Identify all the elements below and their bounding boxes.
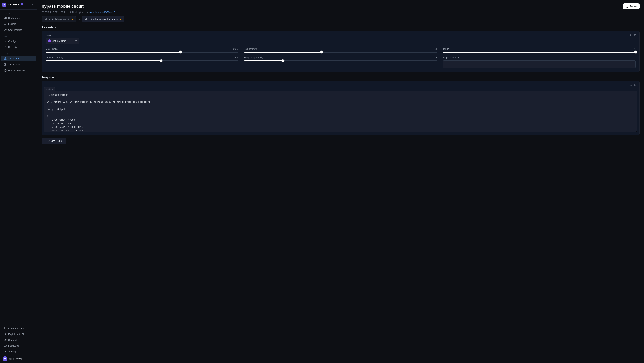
sidebar-item-test-cases[interactable]: Test Cases	[1, 62, 36, 67]
sidebar-item-support-label: Support	[8, 338, 17, 342]
sidebar-item-explain-ai[interactable]: Explain with AI	[1, 331, 36, 337]
sidebar-item-configs[interactable]: Configs	[1, 38, 36, 44]
stop-sequences-input[interactable]	[443, 60, 636, 68]
logo-icon	[2, 2, 6, 7]
sidebar-item-explain-ai-label: Explain with AI	[8, 333, 24, 336]
top-p-value: 1	[634, 48, 636, 50]
parameters-card: Model ✦ gpt-3.5-turbo ▾ Max Tokens 2960	[42, 31, 640, 72]
page-title: bypass mobile circuit	[42, 4, 84, 9]
sidebar-item-prompts-label: Prompts	[8, 46, 17, 49]
svg-point-41	[87, 12, 88, 13]
sidebar-item-human-review[interactable]: Human Review	[1, 68, 36, 73]
tab-retrieval-augmented-generation[interactable]: retrieval-augmented-generation	[82, 16, 124, 22]
svg-rect-2	[32, 4, 33, 5]
sidebar-logo: AutoblocksAI	[0, 0, 37, 10]
file-text-icon	[4, 46, 7, 49]
template-textarea[interactable]: - Invoice Number Only return JSON in you…	[44, 91, 637, 132]
sidebar-item-dashboards[interactable]: Dashboards	[1, 15, 36, 21]
tab-medical-data-extraction[interactable]: medical-data-extraction	[42, 16, 76, 22]
model-select[interactable]: ✦ gpt-3.5-turbo ▾	[46, 38, 79, 44]
message-icon	[4, 344, 7, 347]
meta-duration: 7s	[61, 11, 66, 14]
sliders-grid: Max Tokens 2960 Temperature 0.4	[46, 48, 636, 68]
params-card-actions	[628, 34, 637, 37]
presence-penalty-label: Presence Penalty	[46, 56, 63, 59]
sidebar-item-test-suites-label: Test Suites	[8, 57, 20, 60]
max-tokens-label: Max Tokens	[46, 48, 58, 50]
sidebar-item-human-review-label: Human Review	[8, 69, 24, 72]
header-top: bypass mobile circuit Rerun	[42, 3, 640, 9]
tools-section-label: Tools	[0, 33, 37, 38]
meta-author: Noel Upton	[69, 11, 84, 14]
sidebar-item-support[interactable]: Support	[1, 337, 36, 343]
svg-marker-0	[3, 4, 6, 6]
sidebar-item-documentation[interactable]: Documentation	[1, 326, 36, 331]
svg-rect-35	[42, 12, 44, 13]
sidebar-item-documentation-label: Documentation	[8, 327, 24, 330]
parameters-section-title: Parameters	[42, 26, 640, 29]
params-delete-button[interactable]	[633, 34, 637, 37]
avatar: N	[2, 356, 8, 361]
user-name: Nicole White	[9, 358, 22, 360]
collapse-button[interactable]	[32, 3, 35, 6]
tab-retrieval-label: retrieval-augmented-generation	[88, 18, 119, 20]
svg-rect-31	[6, 328, 6, 329]
observe-section-label: Observe	[0, 10, 37, 15]
svg-rect-3	[32, 5, 33, 5]
template-role-label: system	[44, 87, 55, 91]
tab-medical-label: medical-data-extraction	[48, 18, 71, 20]
max-tokens-slider[interactable]	[46, 52, 238, 52]
svg-rect-52	[634, 35, 636, 36]
sidebar-item-explore[interactable]: Explore	[1, 21, 36, 27]
frequency-penalty-slider[interactable]	[244, 60, 437, 61]
template-reset-button[interactable]	[629, 83, 633, 87]
sidebar-bottom: Documentation Explain with AI Support	[0, 324, 37, 363]
gear-icon	[4, 350, 7, 353]
params-reset-button[interactable]	[628, 34, 632, 37]
sidebar-item-configs-label: Configs	[8, 40, 16, 43]
frequency-penalty-label: Frequency Penalty	[244, 56, 263, 59]
template-textarea-wrapper: system - Invoice Number Only return JSON…	[42, 87, 639, 135]
svg-rect-8	[5, 17, 6, 19]
user-profile[interactable]: N Nicole White	[0, 354, 37, 363]
templates-section-title: Templates	[42, 76, 640, 79]
file-icon	[4, 40, 7, 43]
flask-icon	[4, 57, 7, 60]
templates-card: system - Invoice Number Only return JSON…	[42, 81, 640, 135]
sidebar-item-settings[interactable]: Settings	[1, 349, 36, 354]
svg-rect-1	[32, 4, 33, 4]
add-template-label: Add Template	[48, 140, 63, 142]
chart-icon	[4, 16, 7, 20]
meta-date: 5/17 4:15 PM	[42, 11, 58, 14]
template-card-header	[42, 81, 639, 87]
svg-rect-53	[634, 84, 636, 86]
sidebar-item-test-suites[interactable]: Test Suites	[1, 56, 36, 61]
tabs-row: medical-data-extraction → retrieval-augm…	[42, 16, 640, 22]
svg-rect-4	[34, 4, 34, 4]
tab-arrow: →	[77, 18, 81, 21]
temperature-slider[interactable]	[244, 52, 437, 52]
max-tokens-value: 2960	[233, 48, 238, 50]
sidebar-item-prompts[interactable]: Prompts	[1, 44, 36, 50]
top-p-slider[interactable]	[443, 52, 636, 52]
sidebar-item-feedback[interactable]: Feedback	[1, 343, 36, 348]
sidebar-item-settings-label: Settings	[8, 350, 17, 353]
sidebar-item-feedback-label: Feedback	[8, 344, 19, 347]
star-icon	[4, 69, 7, 72]
rerun-button[interactable]: Rerun	[623, 3, 640, 9]
sidebar-item-user-insights[interactable]: User Insights	[1, 27, 36, 32]
stop-sequences-label: Stop Sequences	[443, 56, 636, 59]
frequency-penalty-group: Frequency Penalty 0.2	[244, 56, 437, 68]
presence-penalty-slider[interactable]	[46, 60, 238, 61]
add-template-button[interactable]: Add Template	[42, 138, 66, 144]
svg-rect-5	[34, 4, 34, 5]
template-delete-button[interactable]	[633, 83, 637, 87]
logo-text: AutoblocksAI	[8, 3, 24, 6]
svg-point-33	[5, 340, 5, 341]
frequency-penalty-value: 0.2	[434, 56, 437, 59]
top-p-group: Top P 1	[443, 48, 636, 52]
search-icon	[4, 22, 7, 25]
meta-commit-link[interactable]: autoblocksai/cli@96ccbc8	[90, 11, 115, 14]
svg-point-34	[5, 351, 6, 352]
svg-point-13	[5, 29, 6, 30]
